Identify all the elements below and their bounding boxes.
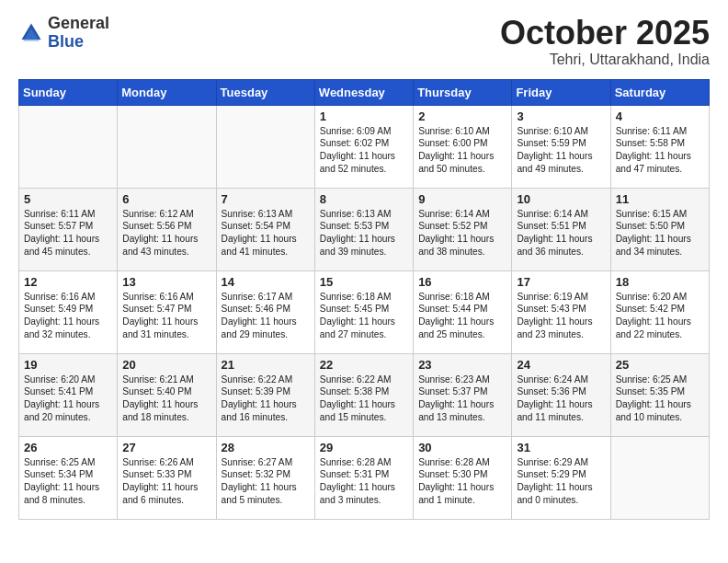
day-info: Sunrise: 6:20 AM Sunset: 5:41 PM Dayligh… bbox=[24, 373, 112, 424]
day-info: Sunrise: 6:27 AM Sunset: 5:32 PM Dayligh… bbox=[222, 456, 310, 507]
day-number: 25 bbox=[616, 358, 704, 372]
weekday-header-thursday: Thursday bbox=[414, 79, 512, 105]
day-number: 29 bbox=[320, 441, 408, 454]
day-info: Sunrise: 6:11 AM Sunset: 5:58 PM Dayligh… bbox=[616, 125, 704, 176]
calendar-cell: 2Sunrise: 6:10 AM Sunset: 6:00 PM Daylig… bbox=[414, 105, 512, 188]
calendar-cell: 13Sunrise: 6:16 AM Sunset: 5:47 PM Dayli… bbox=[118, 270, 216, 353]
calendar-cell: 23Sunrise: 6:23 AM Sunset: 5:37 PM Dayli… bbox=[414, 353, 512, 436]
day-number: 18 bbox=[616, 275, 704, 289]
calendar-week-2: 5Sunrise: 6:11 AM Sunset: 5:57 PM Daylig… bbox=[19, 188, 710, 270]
day-info: Sunrise: 6:22 AM Sunset: 5:38 PM Dayligh… bbox=[320, 373, 408, 424]
calendar-cell: 21Sunrise: 6:22 AM Sunset: 5:39 PM Dayli… bbox=[216, 353, 314, 436]
calendar-cell: 24Sunrise: 6:24 AM Sunset: 5:36 PM Dayli… bbox=[512, 353, 610, 436]
day-number: 8 bbox=[320, 192, 408, 206]
day-number: 12 bbox=[24, 275, 112, 289]
calendar-cell: 12Sunrise: 6:16 AM Sunset: 5:49 PM Dayli… bbox=[19, 270, 118, 353]
day-number: 22 bbox=[320, 358, 408, 372]
day-info: Sunrise: 6:17 AM Sunset: 5:46 PM Dayligh… bbox=[222, 291, 310, 341]
day-info: Sunrise: 6:20 AM Sunset: 5:42 PM Dayligh… bbox=[616, 291, 704, 341]
day-info: Sunrise: 6:15 AM Sunset: 5:50 PM Dayligh… bbox=[616, 208, 704, 259]
day-info: Sunrise: 6:26 AM Sunset: 5:33 PM Dayligh… bbox=[122, 456, 210, 507]
day-info: Sunrise: 6:13 AM Sunset: 5:54 PM Dayligh… bbox=[222, 208, 310, 259]
logo-text: General Blue bbox=[48, 15, 109, 52]
calendar-cell: 5Sunrise: 6:11 AM Sunset: 5:57 PM Daylig… bbox=[19, 188, 118, 270]
day-info: Sunrise: 6:23 AM Sunset: 5:37 PM Dayligh… bbox=[418, 373, 506, 424]
day-number: 7 bbox=[222, 192, 310, 206]
calendar-cell: 26Sunrise: 6:25 AM Sunset: 5:34 PM Dayli… bbox=[19, 436, 118, 519]
day-info: Sunrise: 6:09 AM Sunset: 6:02 PM Dayligh… bbox=[320, 125, 408, 176]
day-info: Sunrise: 6:22 AM Sunset: 5:39 PM Dayligh… bbox=[222, 373, 310, 424]
day-number: 15 bbox=[320, 275, 408, 289]
day-info: Sunrise: 6:28 AM Sunset: 5:31 PM Dayligh… bbox=[320, 456, 408, 507]
day-number: 16 bbox=[418, 275, 506, 289]
weekday-header-friday: Friday bbox=[512, 79, 610, 105]
day-number: 28 bbox=[222, 441, 310, 454]
day-number: 14 bbox=[222, 275, 310, 289]
logo-general: General bbox=[48, 15, 109, 33]
calendar-cell: 18Sunrise: 6:20 AM Sunset: 5:42 PM Dayli… bbox=[610, 270, 709, 353]
calendar-cell: 17Sunrise: 6:19 AM Sunset: 5:43 PM Dayli… bbox=[512, 270, 610, 353]
calendar-table: SundayMondayTuesdayWednesdayThursdayFrid… bbox=[18, 79, 710, 520]
day-info: Sunrise: 6:14 AM Sunset: 5:52 PM Dayligh… bbox=[418, 208, 506, 259]
day-number: 13 bbox=[122, 275, 210, 289]
logo-blue: Blue bbox=[48, 33, 109, 52]
weekday-header-tuesday: Tuesday bbox=[216, 79, 314, 105]
calendar-week-4: 19Sunrise: 6:20 AM Sunset: 5:41 PM Dayli… bbox=[19, 353, 710, 436]
calendar-cell: 29Sunrise: 6:28 AM Sunset: 5:31 PM Dayli… bbox=[314, 436, 413, 519]
day-number: 26 bbox=[24, 441, 112, 454]
calendar-cell bbox=[610, 436, 709, 519]
day-number: 4 bbox=[616, 109, 704, 123]
day-number: 2 bbox=[418, 109, 506, 123]
day-number: 19 bbox=[24, 358, 112, 372]
calendar-cell: 20Sunrise: 6:21 AM Sunset: 5:40 PM Dayli… bbox=[118, 353, 216, 436]
calendar-cell: 9Sunrise: 6:14 AM Sunset: 5:52 PM Daylig… bbox=[414, 188, 512, 270]
weekday-header-saturday: Saturday bbox=[610, 79, 709, 105]
day-info: Sunrise: 6:21 AM Sunset: 5:40 PM Dayligh… bbox=[122, 373, 210, 424]
calendar-cell: 1Sunrise: 6:09 AM Sunset: 6:02 PM Daylig… bbox=[314, 105, 413, 188]
day-number: 11 bbox=[616, 192, 704, 206]
day-info: Sunrise: 6:28 AM Sunset: 5:30 PM Dayligh… bbox=[418, 456, 506, 507]
day-number: 17 bbox=[517, 275, 605, 289]
day-info: Sunrise: 6:10 AM Sunset: 6:00 PM Dayligh… bbox=[418, 125, 506, 176]
calendar-cell: 11Sunrise: 6:15 AM Sunset: 5:50 PM Dayli… bbox=[610, 188, 709, 270]
calendar-cell bbox=[19, 105, 118, 188]
day-number: 30 bbox=[418, 441, 506, 454]
day-number: 31 bbox=[517, 441, 605, 454]
day-number: 21 bbox=[222, 358, 310, 372]
calendar-cell: 27Sunrise: 6:26 AM Sunset: 5:33 PM Dayli… bbox=[118, 436, 216, 519]
calendar-cell: 30Sunrise: 6:28 AM Sunset: 5:30 PM Dayli… bbox=[414, 436, 512, 519]
location: Tehri, Uttarakhand, India bbox=[500, 52, 710, 68]
calendar-cell: 6Sunrise: 6:12 AM Sunset: 5:56 PM Daylig… bbox=[118, 188, 216, 270]
day-info: Sunrise: 6:12 AM Sunset: 5:56 PM Dayligh… bbox=[122, 208, 210, 259]
month-title: October 2025 bbox=[500, 15, 710, 52]
day-number: 24 bbox=[517, 358, 605, 372]
day-info: Sunrise: 6:24 AM Sunset: 5:36 PM Dayligh… bbox=[517, 373, 605, 424]
day-info: Sunrise: 6:13 AM Sunset: 5:53 PM Dayligh… bbox=[320, 208, 408, 259]
calendar-cell: 7Sunrise: 6:13 AM Sunset: 5:54 PM Daylig… bbox=[216, 188, 314, 270]
weekday-header-monday: Monday bbox=[118, 79, 216, 105]
day-number: 20 bbox=[122, 358, 210, 372]
calendar-week-3: 12Sunrise: 6:16 AM Sunset: 5:49 PM Dayli… bbox=[19, 270, 710, 353]
calendar-cell: 15Sunrise: 6:18 AM Sunset: 5:45 PM Dayli… bbox=[314, 270, 413, 353]
day-number: 6 bbox=[122, 192, 210, 206]
day-number: 5 bbox=[24, 192, 112, 206]
calendar-week-1: 1Sunrise: 6:09 AM Sunset: 6:02 PM Daylig… bbox=[19, 105, 710, 188]
calendar-cell bbox=[216, 105, 314, 188]
day-info: Sunrise: 6:25 AM Sunset: 5:34 PM Dayligh… bbox=[24, 456, 112, 507]
calendar-cell: 10Sunrise: 6:14 AM Sunset: 5:51 PM Dayli… bbox=[512, 188, 610, 270]
calendar-cell: 14Sunrise: 6:17 AM Sunset: 5:46 PM Dayli… bbox=[216, 270, 314, 353]
day-info: Sunrise: 6:11 AM Sunset: 5:57 PM Dayligh… bbox=[24, 208, 112, 259]
day-number: 10 bbox=[517, 192, 605, 206]
day-number: 1 bbox=[320, 109, 408, 123]
calendar-cell: 31Sunrise: 6:29 AM Sunset: 5:29 PM Dayli… bbox=[512, 436, 610, 519]
calendar-cell: 25Sunrise: 6:25 AM Sunset: 5:35 PM Dayli… bbox=[610, 353, 709, 436]
day-info: Sunrise: 6:29 AM Sunset: 5:29 PM Dayligh… bbox=[517, 456, 605, 507]
weekday-header-wednesday: Wednesday bbox=[314, 79, 413, 105]
day-info: Sunrise: 6:25 AM Sunset: 5:35 PM Dayligh… bbox=[616, 373, 704, 424]
weekday-header-row: SundayMondayTuesdayWednesdayThursdayFrid… bbox=[19, 79, 710, 105]
calendar-cell: 16Sunrise: 6:18 AM Sunset: 5:44 PM Dayli… bbox=[414, 270, 512, 353]
calendar-week-5: 26Sunrise: 6:25 AM Sunset: 5:34 PM Dayli… bbox=[19, 436, 710, 519]
calendar-cell: 8Sunrise: 6:13 AM Sunset: 5:53 PM Daylig… bbox=[314, 188, 413, 270]
day-number: 23 bbox=[418, 358, 506, 372]
day-info: Sunrise: 6:10 AM Sunset: 5:59 PM Dayligh… bbox=[517, 125, 605, 176]
